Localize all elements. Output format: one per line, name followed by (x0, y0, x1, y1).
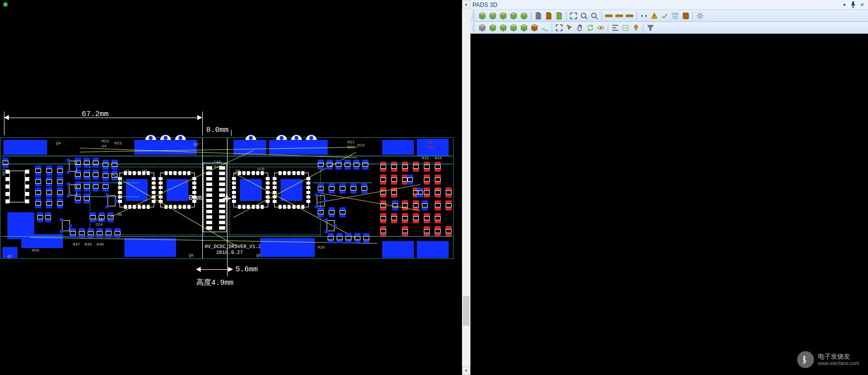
dimension-arrow-icon (196, 267, 201, 272)
model-both-icon[interactable] (509, 23, 519, 33)
measure-icon[interactable] (604, 11, 614, 21)
check-icon[interactable] (660, 11, 670, 21)
dimension-height-label: 高度4.9mm (196, 278, 233, 287)
toolbar-3d-primary (470, 10, 868, 22)
dimension-value: 8.0mm (206, 126, 229, 134)
panel-titlebar[interactable]: PADS 3D ▾ ✕ (470, 0, 868, 10)
model-wireframe-icon[interactable] (498, 23, 508, 33)
zoom-fit-icon[interactable] (569, 11, 579, 21)
dimension-arrow-icon (197, 115, 202, 120)
rotate-z-icon[interactable] (509, 11, 519, 21)
pcb-layout-canvas[interactable]: 67.2mm 8.0mm 24.0mm 5.6mm 高度4.9mm (0, 0, 462, 375)
pcb-board-outline: Q4 Q3 R23 U4 R23 R21 R22 U13 (0, 137, 454, 259)
measure-angle-icon[interactable] (614, 11, 624, 21)
dimension-value: 5.6mm (235, 265, 258, 274)
zoom-in-icon[interactable] (589, 11, 599, 21)
dimension-extension (202, 112, 203, 135)
refdes: R5 (117, 212, 122, 217)
dimension-value: 67.2mm (82, 110, 109, 119)
dimension-line (201, 269, 231, 270)
pan-icon[interactable] (575, 23, 585, 33)
rotate-x-icon[interactable] (488, 11, 498, 21)
isometric-icon[interactable] (519, 11, 529, 21)
library-icon[interactable] (681, 11, 691, 21)
measure-point-icon[interactable] (625, 11, 635, 21)
panel-pin-button[interactable] (849, 1, 857, 9)
model-assembly-icon[interactable] (529, 23, 539, 33)
highlight-icon[interactable] (631, 23, 641, 33)
scroll-track[interactable] (462, 8, 470, 367)
refresh-icon[interactable] (585, 23, 595, 33)
toolbar-3d-secondary (470, 22, 868, 34)
view-3d-icon[interactable] (477, 11, 487, 21)
mirror-h-icon[interactable] (639, 11, 649, 21)
refdes: R49 (97, 242, 104, 247)
dimension-arrow-icon (228, 267, 233, 272)
scroll-up-icon[interactable]: ▲ (462, 0, 470, 8)
rotate-y-icon[interactable] (498, 11, 508, 21)
refdes: C17 (435, 188, 442, 192)
snap-icon[interactable] (621, 23, 631, 33)
scroll-thumb[interactable] (463, 296, 469, 326)
dimension-extension (4, 112, 4, 135)
watermark-logo-icon (797, 351, 814, 368)
select-icon[interactable] (565, 23, 575, 33)
panel-close-button[interactable]: ✕ (858, 1, 866, 9)
model-transparent-icon[interactable] (488, 23, 498, 33)
zoom-window-icon[interactable] (579, 11, 589, 21)
refdes: R48 (85, 242, 92, 247)
zoom-fit-2-icon[interactable] (554, 23, 564, 33)
layer-stack-icon[interactable] (670, 11, 680, 21)
refdes: C24 (96, 222, 103, 227)
watermark-brand: 电子发烧友 (818, 353, 859, 361)
watermark: 电子发烧友 www.elecfans.com (797, 351, 859, 368)
pads-3d-panel: PADS 3D ▾ ✕ (470, 0, 868, 375)
violations-icon[interactable] (649, 11, 659, 21)
watermark-url: www.elecfans.com (818, 361, 859, 367)
panel-title-text: PADS 3D (472, 1, 839, 8)
vertical-scrollbar[interactable]: ▲ ▼ (462, 0, 470, 375)
dimension-extension (231, 130, 231, 136)
options-icon[interactable] (695, 11, 705, 21)
align-icon[interactable] (610, 23, 620, 33)
import-icon[interactable] (554, 11, 564, 21)
3d-view-canvas[interactable] (470, 34, 868, 375)
dimension-arrow-icon (4, 115, 9, 120)
orbit-icon[interactable] (596, 23, 606, 33)
model-solid-icon[interactable] (477, 23, 487, 33)
refdes: R47 (73, 242, 80, 247)
filter-icon[interactable] (645, 23, 655, 33)
export-collada-icon[interactable] (544, 11, 554, 21)
model-textured-icon[interactable] (519, 23, 529, 33)
model-flex-icon[interactable] (540, 23, 550, 33)
panel-dropdown-button[interactable]: ▾ (840, 1, 848, 9)
refdes: C23 (96, 217, 103, 222)
passive-scatter (0, 138, 453, 258)
scroll-down-icon[interactable]: ▼ (462, 367, 470, 375)
export-step-icon[interactable] (533, 11, 543, 21)
